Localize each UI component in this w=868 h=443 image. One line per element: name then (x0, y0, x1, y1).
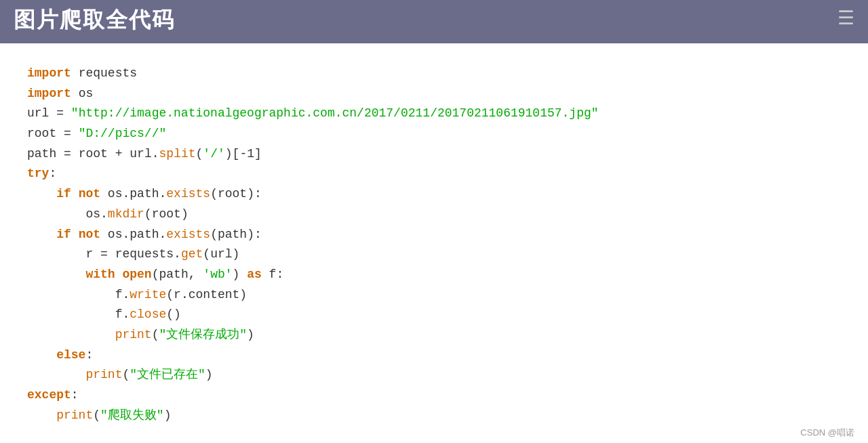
watermark: CSDN @唱诺 (800, 427, 854, 439)
code-block: import requests import os url = "http://… (27, 64, 841, 425)
page-title: 图片爬取全代码 (14, 5, 175, 35)
code-container: import requests import os url = "http://… (0, 43, 868, 443)
header: 图片爬取全代码 ☰ (0, 0, 868, 43)
menu-icon: ☰ (837, 7, 854, 30)
